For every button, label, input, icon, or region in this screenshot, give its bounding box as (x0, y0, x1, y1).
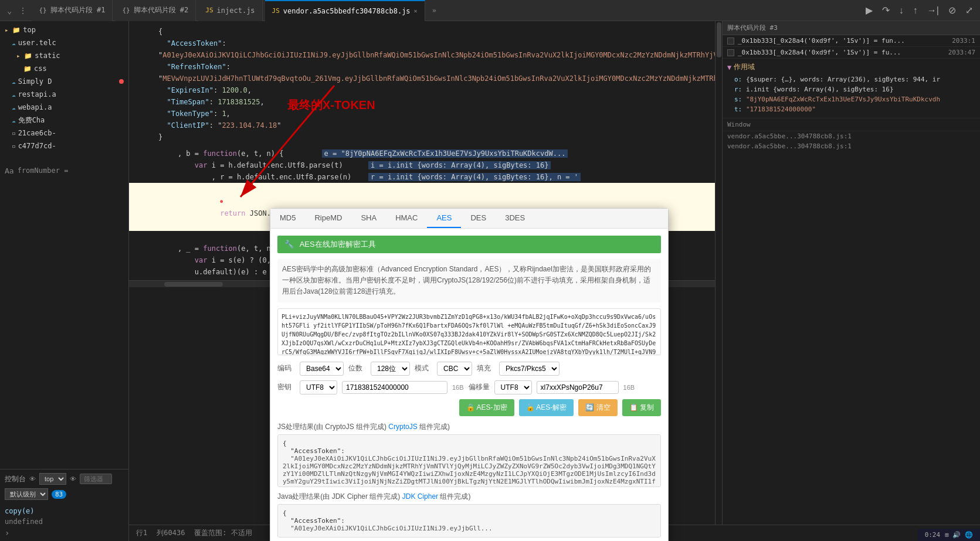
more-options-icon[interactable]: ⋮ (16, 4, 29, 18)
dialog-tabs: MD5 RipeMD SHA HMAC AES DES 3DES (270, 209, 668, 229)
folder-icon: ▸ 📁 (16, 52, 32, 60)
iv-input[interactable] (537, 381, 619, 394)
sidebar-item-static[interactable]: ▸ 📁 static (0, 49, 128, 62)
form-row-key: 密钥 UTF8 16B 偏移量 UTF8 16B (277, 380, 661, 394)
scope-title: 作用域 (734, 62, 755, 72)
sidebar-item-usertelc[interactable]: ☁ user.telc (0, 36, 128, 49)
tab-snippet2[interactable]: {} 脚本代码片段 #2 (115, 0, 196, 21)
level-select[interactable]: 默认级别 (5, 488, 48, 500)
more-tabs-icon[interactable]: » (428, 6, 441, 15)
step-out-button[interactable]: ↑ (911, 3, 920, 18)
tab-aes[interactable]: AES (427, 209, 461, 228)
close-tab-icon[interactable]: ✕ (414, 8, 418, 14)
stop-button[interactable]: ⊘ (946, 2, 958, 18)
folder-icon: 📁 (23, 65, 32, 73)
message-badge: 83 (52, 490, 66, 499)
checkbox[interactable] (727, 38, 734, 45)
cryptojs-link[interactable]: CryptoJS (388, 423, 417, 431)
tab-vendor[interactable]: JS vendor.a5ac5bbedfc304788cb8.js ✕ (265, 0, 425, 21)
expand-button[interactable]: ⤢ (963, 2, 975, 18)
checkbox[interactable] (727, 49, 734, 56)
tab-hmac[interactable]: HMAC (386, 209, 427, 228)
top-bar: ⌄ ⋮ {} 脚本代码片段 #1 {} 脚本代码片段 #2 JS inject.… (0, 0, 980, 21)
code-line: var i = h.default.enc.Utf8.parse(t) i = … (129, 159, 722, 171)
key-bits: 16B (452, 384, 464, 391)
right-panel: 脚本代码片段 #3 _0x1bb333[_0x28a4('0xd9f', '1S… (722, 21, 980, 525)
play-button[interactable]: ▶ (863, 2, 875, 18)
key-input[interactable] (342, 381, 447, 394)
reset-button[interactable]: 🔄 清空 (578, 399, 617, 416)
java-result-text: { "AccessToken": "A01eyJ0eXAiOiJKV1QiLCJ… (277, 504, 661, 537)
cipher-text-container: PLi+vizJuyVNMa0KLlN70LBBauO45+VPY2Wz2JUR… (277, 308, 661, 357)
cipher-text-input[interactable]: PLi+vizJuyVNMa0KLlN70LBBauO45+VPY2Wz2JUR… (277, 308, 661, 355)
sidebar-item-restapi[interactable]: ☁ restapi.a (0, 88, 128, 101)
json-display: { "AccessToken": "A01eyJ0eXAiOiJKV1QiLCJ… (129, 21, 722, 143)
continue-button[interactable]: →| (925, 3, 941, 18)
scope-header-row: ▼ 作用域 (727, 62, 975, 72)
sidebar-item-simplyd[interactable]: ☁ Simply D (0, 75, 128, 88)
iv-label: 偏移量 (469, 382, 490, 392)
file-icon: ▫ (12, 142, 16, 150)
sidebar-item-css[interactable]: 📁 css (0, 62, 128, 75)
console-copy: copy(e) (5, 506, 124, 516)
chevron-down-icon[interactable]: ⌄ (5, 4, 14, 18)
copy-button[interactable]: 📋 复制 (622, 399, 661, 416)
sidebar-item-free[interactable]: ☁ 免费Cha (0, 114, 128, 127)
js-result-label: JS处理结果(由 CryptoJS 组件完成) CryptoJS 组件完成) (277, 422, 661, 432)
taskbar-icons: ⊞ 🔊 🌐 (945, 531, 973, 539)
status-coverage: 覆盖范围: 不适用 (194, 528, 252, 538)
tab-3des[interactable]: 3DES (496, 209, 534, 228)
tab-snippet1[interactable]: {} 脚本代码片段 #1 (32, 0, 113, 21)
java-result-label: Java处理结果(由 JDK Cipher 组件完成) JDK Cipher 组… (277, 492, 661, 502)
eye-icon[interactable]: 👁 (29, 475, 36, 483)
eye-filter-icon[interactable]: 👁 (70, 475, 76, 483)
right-panel-header: 脚本代码片段 #3 (723, 21, 980, 35)
tab-inject[interactable]: JS inject.js (198, 0, 262, 21)
ab-icon: Aa (5, 166, 14, 175)
iv-encoding-select[interactable]: UTF8 (494, 380, 532, 394)
form-row-1: 编码 Base64 位数 128位 模式 CBC 填充 Pkcs7/Pkcs5 (277, 362, 661, 376)
padding-select[interactable]: Pkcs7/Pkcs5 (499, 362, 559, 376)
padding-label: 填充 (477, 363, 494, 373)
scope-item-t: t: "1718381524000000" (727, 104, 975, 114)
scope-triangle: ▼ (727, 63, 731, 72)
mode-select[interactable]: CBC (437, 362, 472, 376)
cloud-icon: ☁ (12, 39, 16, 47)
console-arrow: › (5, 527, 124, 539)
tab-sha[interactable]: SHA (351, 209, 386, 228)
sidebar-item-webapi[interactable]: ☁ webapi.a (0, 101, 128, 114)
tab-md5[interactable]: MD5 (270, 209, 305, 228)
key-encoding-select[interactable]: UTF8 (300, 380, 337, 394)
step-over-button[interactable]: ↷ (880, 2, 892, 18)
window-section: Window (723, 118, 980, 131)
mode-label: 模式 (415, 363, 432, 373)
cloud-icon: ☁ (12, 117, 16, 124)
tab-des[interactable]: DES (461, 209, 496, 228)
ab-icon-item[interactable]: Aa fromNumber = (0, 164, 128, 177)
step-into-button[interactable]: ↓ (897, 3, 906, 18)
file-icon: ▫ (12, 130, 16, 137)
encoding-select[interactable]: Base64 (300, 362, 344, 376)
code-line: , b = function(e, t, n) { e = "8jY0pNA6E… (129, 148, 722, 159)
console-output: copy(e) undefined › (0, 503, 128, 541)
file-ref-2: vendor.a5ac5bbe...304788cb8.js:1 (723, 141, 980, 151)
breakpoint-indicator (119, 79, 124, 84)
scope-section: ▼ 作用域 o: {$super: {…}, words: Array(236)… (723, 59, 980, 118)
aes-decrypt-button[interactable]: 🔓 AES-解密 (519, 399, 574, 416)
action-buttons: 🔒 AES-加密 🔓 AES-解密 🔄 清空 📋 复制 (277, 399, 661, 416)
dialog-content: 🔧 AES在线加密解密工具 AES密码学中的高级加密标准（Advanced En… (270, 229, 668, 541)
sidebar-item-21cae[interactable]: ▫ 21cae6cb- (0, 127, 128, 139)
vertical-scrollbar[interactable] (715, 21, 722, 525)
encoding-label: 编码 (277, 363, 295, 373)
aes-encrypt-button[interactable]: 🔒 AES-加密 (459, 399, 514, 416)
tab-ripemd[interactable]: RipeMD (305, 209, 351, 228)
jdk-link[interactable]: JDK Cipher (402, 492, 438, 501)
bits-select[interactable]: 128位 (371, 362, 410, 376)
filter-input[interactable] (80, 474, 112, 484)
cloud-icon: ☁ (12, 78, 16, 86)
sidebar-item-top[interactable]: ▸ 📁 top (0, 23, 128, 36)
context-select[interactable]: top (39, 473, 66, 485)
scope-item-r: r: i.init {words: Array(4), sigBytes: 16… (727, 84, 975, 94)
sidebar-item-c477[interactable]: ▫ c477d7cd- (0, 139, 128, 152)
tool-icon: 🔧 (284, 240, 294, 249)
